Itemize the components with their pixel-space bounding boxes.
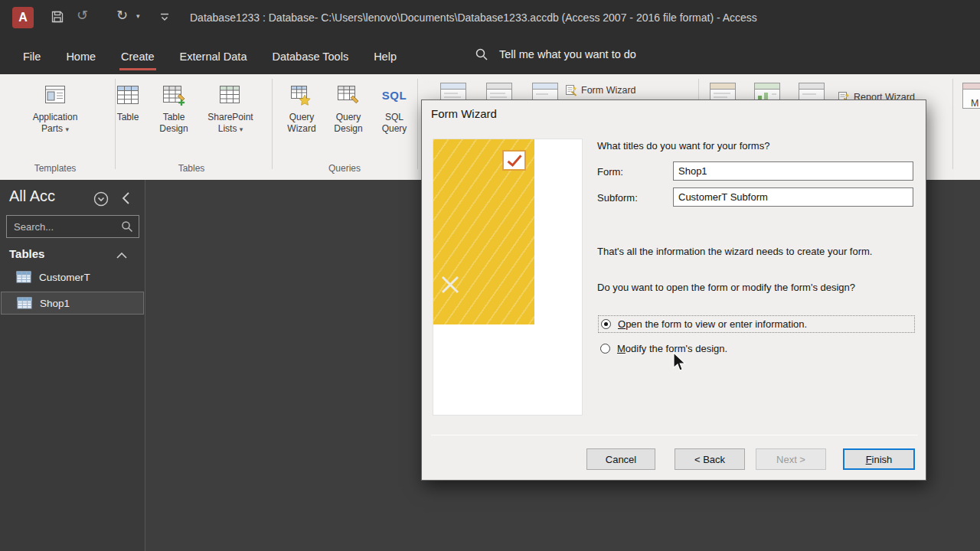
chevron-down-icon: ▾	[65, 126, 69, 133]
wizard-preview-image	[433, 139, 534, 324]
title-bar: A ↺ ↻ ▾ Database1233 : Database- C:\User…	[0, 0, 980, 37]
dialog-title: Form Wizard	[431, 107, 497, 120]
customize-quick-access-icon[interactable]	[159, 12, 170, 23]
subform-name-input[interactable]	[673, 187, 913, 207]
nav-item-label: Shop1	[40, 298, 70, 309]
button-label: SharePoint Lists	[207, 112, 253, 134]
query-wizard-icon	[290, 82, 313, 108]
close-pane-icon[interactable]	[121, 191, 130, 206]
subform-label: Subform:	[597, 192, 638, 204]
button-label: Table Design	[150, 112, 198, 134]
form-name-input[interactable]	[673, 161, 913, 181]
radio-open-label: Open the form to view or enter informati…	[618, 318, 807, 330]
table-design-button[interactable]: Table Design	[150, 82, 198, 134]
table-button[interactable]: Table	[106, 82, 149, 123]
redo-dropdown-icon[interactable]: ▾	[136, 12, 140, 20]
tab-create[interactable]: Create	[119, 41, 156, 70]
tell-me-label: Tell me what you want to do	[499, 48, 636, 60]
button-label: Query Design	[324, 112, 373, 134]
navigation-pane: All Acc Tables CustomerT	[0, 180, 145, 551]
checkmark-icon	[502, 150, 526, 171]
group-label-templates: Templates	[23, 163, 87, 174]
access-logo-icon: A	[12, 7, 34, 28]
form-wizard-button[interactable]: Form Wizard	[565, 84, 636, 96]
form-wizard-label: Form Wizard	[581, 85, 636, 96]
query-design-button[interactable]: Query Design	[324, 82, 373, 134]
window-title: Database1233 : Database- C:\Users\lenovo…	[190, 11, 757, 24]
search-icon	[475, 47, 488, 61]
search-icon	[121, 220, 133, 233]
cancel-button[interactable]: Cancel	[586, 448, 655, 470]
radio-open-form[interactable]: Open the form to view or enter informati…	[598, 315, 915, 333]
finish-button[interactable]: Finish	[843, 448, 915, 470]
button-label: Application Parts	[33, 112, 78, 134]
nav-pane-menu-icon[interactable]	[93, 191, 109, 207]
dialog-separator	[431, 435, 918, 435]
form-label: Form:	[597, 166, 623, 178]
sql-query-button[interactable]: SQL SQL Query	[374, 82, 414, 134]
nav-item-shop1[interactable]: Shop1	[1, 292, 144, 315]
tab-external-data[interactable]: External Data	[178, 41, 249, 70]
wizard-info-text: That's all the information the wizard ne…	[597, 246, 872, 257]
form-wizard-icon	[565, 84, 577, 96]
save-icon[interactable]	[51, 10, 64, 24]
next-button[interactable]: Next >	[756, 448, 826, 470]
radio-button-icon[interactable]	[601, 319, 611, 329]
form-wizard-dialog: Form Wizard What titles do you want for …	[421, 99, 926, 481]
back-button[interactable]: < Back	[675, 448, 745, 470]
radio-button-icon[interactable]	[600, 344, 610, 354]
group-label-tables: Tables	[138, 163, 245, 174]
chevron-down-icon: ▾	[240, 126, 243, 133]
undo-icon[interactable]: ↺	[77, 7, 88, 24]
mouse-cursor	[672, 352, 688, 373]
tab-home[interactable]: Home	[64, 41, 97, 70]
sharepoint-lists-icon	[219, 82, 242, 108]
partial-group-label: M	[971, 98, 978, 109]
section-header-tables[interactable]: Tables	[9, 247, 44, 260]
tell-me-box[interactable]: Tell me what you want to do	[475, 47, 636, 61]
query-wizard-button[interactable]: Query Wizard	[277, 82, 326, 134]
search-input[interactable]	[6, 215, 139, 238]
x-mark-icon	[439, 274, 461, 295]
application-parts-button[interactable]: Application Parts ▾	[23, 82, 87, 134]
sharepoint-lists-button[interactable]: SharePoint Lists ▾	[201, 82, 260, 134]
group-divider	[952, 79, 953, 169]
table-icon	[17, 297, 32, 309]
tab-file[interactable]: File	[21, 41, 42, 70]
ribbon-tabs: File Home Create External Data Database …	[21, 37, 398, 74]
open-modify-question: Do you want to open the form or modify t…	[597, 282, 855, 293]
nav-item-label: CustomerT	[39, 272, 90, 283]
table-icon	[16, 271, 31, 283]
button-label: Table	[117, 112, 139, 123]
group-divider	[417, 79, 418, 169]
group-divider	[272, 79, 273, 169]
ribbon-tab-bar: File Home Create External Data Database …	[0, 37, 980, 74]
access-window: A ↺ ↻ ▾ Database1233 : Database- C:\User…	[0, 0, 980, 551]
tab-help[interactable]: Help	[372, 41, 398, 70]
application-parts-icon	[44, 82, 67, 108]
button-label: SQL Query	[374, 112, 414, 134]
redo-icon[interactable]: ↻	[116, 7, 128, 24]
group-label-queries: Queries	[291, 163, 398, 174]
titles-question: What titles do you want for your forms?	[597, 140, 769, 152]
chevron-up-icon[interactable]	[116, 253, 127, 259]
tab-database-tools[interactable]: Database Tools	[270, 41, 350, 70]
table-icon	[116, 82, 139, 108]
query-design-icon	[337, 82, 360, 108]
nav-item-customert[interactable]: CustomerT	[1, 266, 144, 289]
nav-pane-title: All Acc	[9, 187, 55, 205]
sql-query-icon: SQL	[382, 82, 407, 108]
table-design-icon	[162, 82, 185, 108]
button-label: Query Wizard	[277, 112, 326, 134]
wizard-preview	[433, 139, 583, 416]
radio-modify-design[interactable]: Modify the form's design.	[598, 340, 915, 357]
